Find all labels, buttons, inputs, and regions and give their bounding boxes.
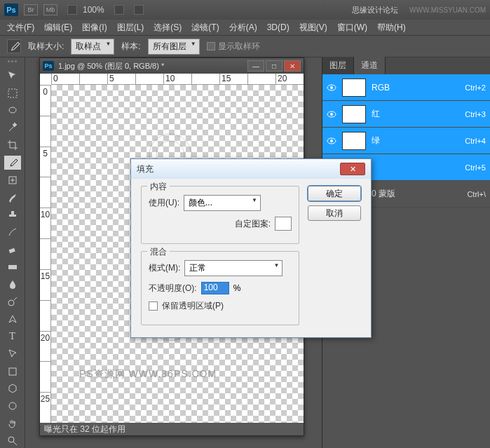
svg-point-5 (8, 300, 14, 306)
use-combo[interactable]: 颜色... (184, 195, 261, 211)
tab-layers[interactable]: 图层 (322, 57, 354, 74)
blur-tool[interactable] (4, 277, 21, 292)
gradient-tool[interactable] (4, 259, 21, 274)
channel-name: 绿 (372, 135, 459, 147)
cancel-button[interactable]: 取消 (308, 205, 361, 221)
channel-name: RGB (372, 83, 459, 93)
mode-label: 模式(M): (149, 262, 180, 274)
stamp-tool[interactable] (4, 208, 21, 222)
crop-tool[interactable] (4, 138, 21, 153)
svg-point-18 (330, 140, 333, 142)
blend-fieldset: 混合 模式(M): 正常 不透明度(O): 100 % 保留透明区域(P) (141, 251, 299, 325)
doc-close-button[interactable]: ✕ (284, 60, 301, 72)
move-tool[interactable] (4, 69, 21, 83)
sample-size-combo[interactable]: 取样点 (71, 39, 114, 55)
sample-combo[interactable]: 所有图层 (148, 39, 200, 55)
eyedropper-tool[interactable] (4, 156, 21, 170)
menu-view[interactable]: 视图(V) (299, 22, 327, 34)
use-label: 使用(U): (149, 197, 179, 209)
hand-tool[interactable] (4, 416, 21, 431)
channel-shortcut: Ctrl+5 (465, 163, 486, 172)
channel-thumb (342, 105, 366, 123)
show-sample-ring-checkbox[interactable]: 显示取样环 (207, 41, 260, 53)
wand-tool[interactable] (4, 121, 21, 135)
preserve-label: 保留透明区域(P) (162, 300, 224, 312)
screen-mode-icon[interactable] (134, 5, 144, 15)
dialog-title: 填充 (137, 163, 154, 175)
checkbox-icon (207, 42, 215, 50)
menu-layer[interactable]: 图层(L) (117, 22, 144, 34)
channel-name: 红 (372, 108, 459, 120)
3d-tool[interactable] (4, 381, 21, 396)
svg-point-8 (8, 437, 14, 442)
percent-label: % (233, 283, 241, 293)
channel-shortcut: Ctrl+2 (465, 83, 486, 92)
opacity-field[interactable]: 100 (201, 282, 229, 294)
channel-thumb (342, 132, 366, 150)
tab-channels[interactable]: 通道 (354, 57, 386, 74)
sample-label: 样本: (121, 41, 140, 53)
dodge-tool[interactable] (4, 294, 21, 309)
menu-image[interactable]: 图像(I) (82, 22, 107, 34)
current-tool-icon[interactable] (7, 39, 21, 53)
channel-shortcut: Ctrl+3 (465, 110, 486, 118)
preserve-transparency-checkbox[interactable] (149, 301, 158, 311)
sample-size-label: 取样大小: (28, 41, 64, 53)
menubar: 文件(F) 编辑(E) 图像(I) 图层(L) 选择(S) 滤镜(T) 分析(A… (0, 20, 490, 35)
type-tool[interactable]: T (4, 330, 21, 344)
svg-point-14 (330, 86, 333, 89)
menu-filter[interactable]: 滤镜(T) (191, 22, 219, 34)
menu-help[interactable]: 帮助(H) (377, 22, 406, 34)
app-titlebar: Ps Br Mb 100% 思缘设计论坛 WWW.MISSYUAN.COM (0, 0, 490, 20)
minibridge-icon[interactable]: Mb (43, 4, 57, 15)
menu-select[interactable]: 选择(S) (154, 22, 182, 34)
bridge-icon[interactable]: Br (24, 4, 38, 15)
content-fieldset: 内容 使用(U): 颜色... 自定图案: (141, 186, 299, 244)
watermark-site: 思缘设计论坛 (352, 5, 398, 15)
channel-row[interactable]: 红 Ctrl+3 (322, 101, 490, 128)
pattern-swatch[interactable] (275, 217, 292, 231)
mode-combo[interactable]: 正常 (184, 260, 283, 276)
eye-icon[interactable] (327, 83, 336, 93)
eraser-tool[interactable] (4, 243, 21, 257)
zoom-tool[interactable] (4, 433, 21, 448)
dialog-titlebar[interactable]: 填充 ✕ (131, 159, 371, 179)
svg-point-1 (9, 107, 16, 113)
fill-dialog: 填充 ✕ 内容 使用(U): 颜色... 自定图案: 混合 模式(M): (130, 158, 372, 338)
channel-row[interactable]: RGB Ctrl+2 (322, 74, 490, 101)
ruler-vertical[interactable]: 0510152025 (40, 85, 51, 423)
shape-tool[interactable] (4, 364, 21, 379)
ok-button[interactable]: 确定 (308, 186, 361, 201)
brush-tool[interactable] (4, 190, 21, 205)
doc-maximize-button[interactable]: □ (266, 60, 283, 72)
pen-tool[interactable] (4, 312, 21, 327)
view-extras-icon[interactable] (67, 5, 77, 15)
svg-point-16 (330, 113, 333, 116)
menu-file[interactable]: 文件(F) (7, 22, 34, 34)
arrange-icon[interactable] (114, 5, 124, 15)
svg-rect-4 (8, 265, 17, 269)
toolbox-handle[interactable] (2, 60, 23, 66)
marquee-tool[interactable] (4, 86, 21, 100)
doc-minimize-button[interactable]: — (247, 60, 264, 72)
eye-icon[interactable] (327, 136, 336, 146)
channel-row[interactable]: 绿 Ctrl+4 (322, 128, 490, 154)
lasso-tool[interactable] (4, 103, 21, 118)
dialog-close-button[interactable]: ✕ (340, 163, 365, 175)
menu-window[interactable]: 窗口(W) (337, 22, 367, 34)
3d-camera-tool[interactable] (4, 399, 21, 414)
menu-3d[interactable]: 3D(D) (267, 22, 290, 32)
document-titlebar[interactable]: Ps 1.jpg @ 50% (图层 0, RGB/8) * — □ ✕ (40, 58, 304, 74)
ruler-horizontal[interactable]: 05101520 (51, 74, 304, 85)
menu-analysis[interactable]: 分析(A) (229, 22, 257, 34)
menu-edit[interactable]: 编辑(E) (44, 22, 72, 34)
eye-icon[interactable] (327, 109, 336, 119)
path-select-tool[interactable] (4, 346, 21, 361)
status-text: 曝光只在 32 位起作用 (44, 423, 125, 435)
channel-thumb (342, 79, 366, 97)
zoom-level[interactable]: 100% (83, 5, 104, 15)
healing-tool[interactable] (4, 172, 21, 187)
blend-legend: 混合 (147, 246, 170, 258)
history-brush-tool[interactable] (4, 225, 21, 240)
svg-rect-0 (8, 89, 17, 97)
